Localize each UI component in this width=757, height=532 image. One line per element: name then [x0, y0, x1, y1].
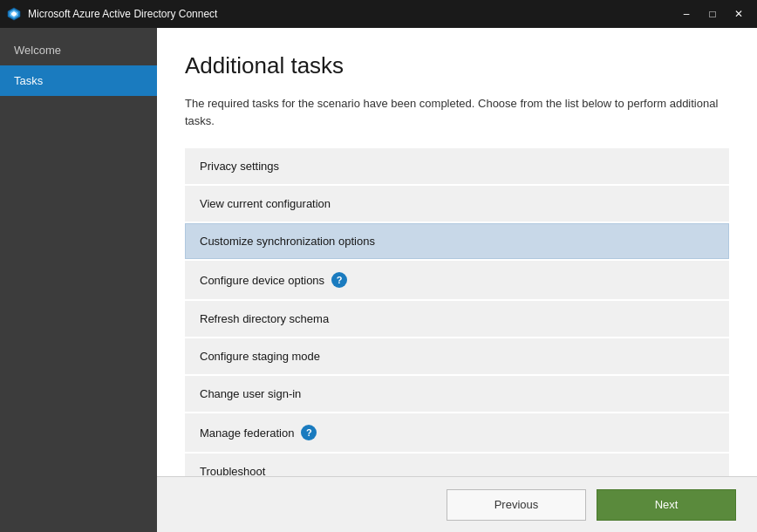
next-button[interactable]: Next [597, 489, 736, 521]
window-controls: – □ ✕ [675, 5, 750, 23]
window-title: Microsoft Azure Active Directory Connect [28, 8, 675, 20]
task-item-customize-sync[interactable]: Customize synchronization options [185, 223, 729, 259]
task-label-troubleshoot: Troubleshoot [200, 465, 265, 476]
page-title: Additional tasks [185, 52, 729, 79]
task-item-view-configuration[interactable]: View current configuration [185, 186, 729, 222]
minimize-button[interactable]: – [675, 5, 698, 23]
app-body: Welcome Tasks Additional tasks The requi… [0, 28, 757, 532]
task-item-user-signin[interactable]: Change user sign-in [185, 376, 729, 412]
task-item-manage-federation[interactable]: Manage federation ? [185, 413, 729, 452]
task-label-privacy-settings: Privacy settings [200, 160, 279, 173]
task-label-staging-mode: Configure staging mode [200, 350, 320, 363]
manage-federation-help-icon: ? [301, 425, 317, 440]
sidebar-item-tasks[interactable]: Tasks [0, 65, 157, 96]
task-list: Privacy settings View current configurat… [185, 148, 729, 476]
previous-button[interactable]: Previous [447, 489, 586, 521]
maximize-button[interactable]: □ [701, 5, 724, 23]
footer: Previous Next [157, 476, 757, 532]
main-content: Additional tasks The required tasks for … [157, 28, 757, 532]
app-icon [7, 7, 21, 21]
task-label-configure-device: Configure device options [200, 274, 324, 287]
sidebar: Welcome Tasks [0, 28, 157, 532]
sidebar-item-welcome[interactable]: Welcome [0, 35, 157, 65]
task-label-refresh-schema: Refresh directory schema [200, 312, 329, 325]
task-label-manage-federation: Manage federation [200, 426, 294, 440]
task-item-refresh-schema[interactable]: Refresh directory schema [185, 301, 729, 337]
page-description: The required tasks for the scenario have… [185, 95, 729, 129]
task-label-customize-sync: Customize synchronization options [200, 235, 375, 248]
configure-device-help-icon: ? [331, 272, 347, 288]
task-label-view-configuration: View current configuration [200, 197, 331, 210]
task-item-privacy-settings[interactable]: Privacy settings [185, 148, 729, 184]
task-label-user-signin: Change user sign-in [200, 387, 301, 400]
content-area: Additional tasks The required tasks for … [157, 28, 757, 476]
sidebar-item-tasks-label: Tasks [14, 74, 43, 87]
task-item-troubleshoot[interactable]: Troubleshoot [185, 454, 729, 476]
title-bar: Microsoft Azure Active Directory Connect… [0, 0, 757, 28]
task-item-configure-device[interactable]: Configure device options ? [185, 261, 729, 299]
close-button[interactable]: ✕ [727, 5, 750, 23]
sidebar-item-welcome-label: Welcome [14, 44, 61, 57]
task-item-staging-mode[interactable]: Configure staging mode [185, 338, 729, 374]
